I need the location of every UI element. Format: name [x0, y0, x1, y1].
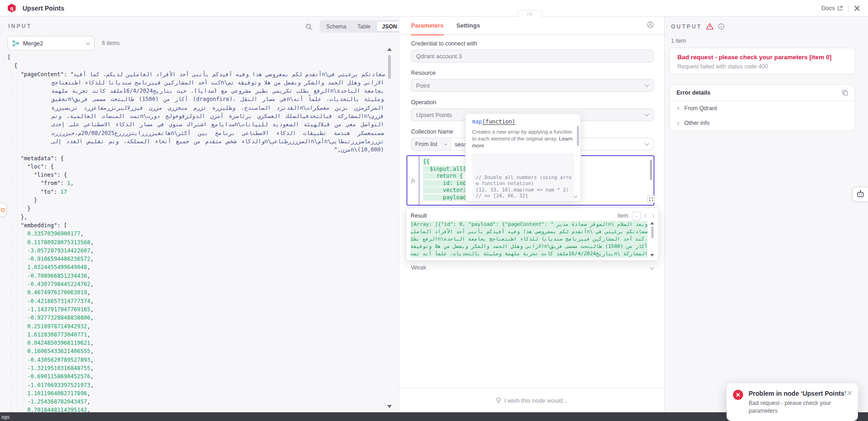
close-icon[interactable] [854, 6, 860, 11]
json-string-close: ", [334, 146, 341, 153]
prev-item-icon[interactable] [644, 214, 648, 218]
node-header: q Upsert Points Docs [0, 0, 868, 17]
chevron-down-icon [645, 112, 649, 117]
error-details-row[interactable]: From Qdrant [670, 101, 855, 116]
expression-gutter: fx [407, 156, 419, 205]
item-index-box[interactable]: ٠ [632, 212, 641, 220]
function-signature: map(function) [472, 118, 574, 125]
error-warning-icon [706, 23, 714, 30]
error-details-card: Error details From Qdrant Other info [670, 84, 855, 131]
tab-schema[interactable]: Schema [321, 21, 352, 32]
collection-mode-select[interactable]: From list [411, 138, 451, 150]
connector-icon [1, 208, 5, 212]
operation-label: Operation [411, 99, 654, 106]
error-message-card: Bad request - please check your paramete… [670, 48, 855, 74]
json-value-pagecontent-rest: الازاني وهلل الحمد والشكر وبفضل من هلا و… [51, 79, 384, 154]
external-link-icon [837, 6, 843, 11]
result-scrollbar-thumb[interactable] [651, 226, 654, 238]
assistant-robot-icon [857, 191, 864, 198]
resource-label: Resource [411, 70, 654, 76]
chevron-down-icon [645, 141, 649, 146]
function-example-code: // Double all numbers (using arrow funct… [472, 153, 574, 202]
json-rest-lines: "metadata": { "loc": { "lines": { "from"… [7, 154, 385, 412]
output-panel-label: OUTPUT [671, 23, 702, 30]
credential-select[interactable]: Qdrant account 3 [411, 50, 654, 62]
error-circle-icon [733, 390, 743, 400]
info-circle-icon[interactable] [718, 23, 725, 30]
fx-label: fx [411, 177, 415, 184]
scrollbar-up-arrow[interactable] [387, 48, 392, 51]
node-docs-icon[interactable] [647, 21, 654, 28]
lightbulb-icon [496, 397, 502, 404]
input-panel-label: INPUT [8, 23, 32, 29]
item-label: Item [618, 213, 628, 219]
credential-label: Credential to connect with [411, 40, 654, 47]
input-panel: INPUT Schema Table JSON Merge2 6 items [… [0, 17, 399, 412]
parameters-tabbar: Parameters Settings [399, 17, 664, 35]
resource-select[interactable]: Point [411, 79, 654, 92]
output-panel: OUTPUT 1 item Bad request - please check… [665, 17, 868, 412]
error-details-title: Error details [676, 90, 710, 96]
output-items-count: 1 item [671, 38, 686, 44]
json-tree[interactable]: [ { "pageContent": " سعادتكم برغبتي في\n… [7, 53, 385, 412]
input-connector-tab[interactable] [0, 203, 6, 217]
docs-link[interactable]: Docs [821, 5, 843, 11]
copy-icon[interactable] [842, 90, 848, 96]
error-details-row[interactable]: Other info [670, 116, 855, 130]
scrollbar-thumb[interactable] [388, 55, 391, 79]
node-details-view: q Upsert Points Docs INPUT Schema Table … [0, 0, 868, 421]
error-subtitle: Request failed with status code 400 [677, 63, 847, 70]
result-item-pager: Item ٠ [618, 212, 654, 220]
editor-scrollbar-thumb[interactable] [650, 160, 652, 180]
search-icon[interactable] [303, 21, 314, 32]
json-top-lines: [ { [7, 53, 385, 70]
input-source-select[interactable]: Merge2 [7, 36, 95, 51]
input-source-label: Merge2 [23, 40, 43, 47]
ai-assistant-button[interactable] [852, 187, 868, 202]
function-description: Creates a new array by applying a functi… [472, 129, 574, 149]
chevron-down-icon [645, 83, 649, 87]
expand-expression-icon[interactable] [647, 195, 655, 203]
tab-settings[interactable]: Settings [457, 17, 480, 35]
error-details-rows: From Qdrant Other info [670, 101, 855, 130]
expression-autocomplete-tooltip: map(function) Creates a new array by app… [465, 113, 581, 202]
tooltip-scrollbar-thumb[interactable] [577, 126, 579, 146]
scrollbar-down-arrow[interactable] [387, 405, 392, 408]
divider [848, 5, 849, 12]
node-title: Upsert Points [23, 5, 64, 12]
node-feedback-hint[interactable]: I wish this node would... [399, 388, 664, 412]
toast-body: Bad request - please check your paramete… [749, 399, 846, 415]
parameters-panel: Parameters Settings Credential to connec… [399, 17, 665, 412]
chevron-down-icon [444, 142, 447, 145]
toast-close-icon[interactable] [847, 391, 852, 396]
tab-parameters[interactable]: Parameters [411, 17, 444, 35]
json-key-pagecontent: "pageContent": " [7, 70, 74, 79]
display-mode-tabs: Schema Table JSON [320, 20, 404, 33]
error-toast: Problem in node ‘Upsert Points’ Bad requ… [727, 383, 858, 421]
result-scrollbar-up-icon[interactable] [650, 222, 654, 225]
result-scrollbar-down-icon[interactable] [650, 254, 654, 257]
tab-table[interactable]: Table [352, 21, 376, 32]
chevron-down-icon [86, 40, 90, 45]
result-preview[interactable]: [Array: [{"id": 0, "payload": {"pageCont… [411, 221, 654, 258]
logs-label-cut: ogs [1, 414, 10, 420]
weak-select[interactable]: Weak [411, 262, 654, 273]
qdrant-node-icon: q [7, 4, 16, 12]
chevron-down-icon [650, 265, 654, 269]
panel-drag-handle[interactable] [518, 10, 542, 17]
chevron-right-icon [676, 107, 679, 110]
toast-title: Problem in node ‘Upsert Points’ [749, 390, 846, 397]
error-title: Bad request - please check your paramete… [677, 54, 847, 61]
chevron-right-icon [676, 121, 679, 124]
merge-node-icon [12, 40, 19, 47]
result-label: Result [411, 213, 427, 219]
json-value-pagecontent-start: سعادتكم برغبتي في\nأتقدم لكم بمعروضي هذا… [74, 70, 385, 79]
expression-result-card: Result Item ٠ [Array: [{"id": 0, "payloa… [406, 208, 659, 261]
input-items-count: 6 items [102, 40, 120, 46]
json-pagecontent-line: "pageContent": " سعادتكم برغبتي في\nأتقد… [7, 70, 385, 79]
next-item-icon[interactable] [651, 214, 654, 218]
chevron-down-icon[interactable] [574, 191, 577, 199]
